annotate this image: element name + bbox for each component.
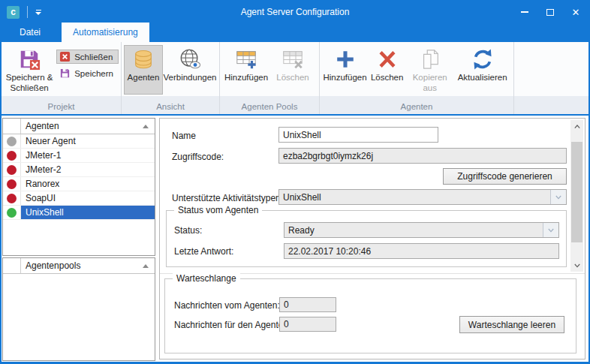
access-code-label: Zugriffscode: [172,152,224,162]
refresh-icon [471,48,494,71]
database-icon [132,48,155,71]
agent-row[interactable]: JMeter-2 [3,163,155,177]
detail-scroll-region: Name Zugriffscode: Zugriffscode generier… [160,119,585,274]
chevron-down-icon [574,263,580,269]
status-dot [7,179,17,189]
close-project-button[interactable]: Schließen [56,50,119,64]
scrollbar-thumb[interactable] [571,142,582,242]
agent-row[interactable]: JMeter-1 [3,149,155,163]
chevron-down-icon [548,227,554,233]
window-title: Agent Server Configuration [2,7,588,17]
close-icon: ✕ [572,8,580,17]
agent-name: JMeter-2 [21,163,155,176]
status-combobox[interactable]: Ready [284,222,559,238]
activity-types-value: UnixShell [279,192,550,203]
agent-refresh-label: Aktualisieren [458,73,507,83]
view-agents-button[interactable]: Agenten [124,45,163,95]
vertical-scrollbar[interactable] [570,120,583,272]
ribbon-tabstrip: Datei Automatisierung [2,23,588,42]
agent-list: Agenten Neuer Agent JMeter-1 JMeter-2 Ra… [2,118,155,256]
globe-icon [179,48,201,71]
plus-icon [334,48,357,71]
status-dot [7,137,17,146]
agent-add-button[interactable]: Hinzufügen [322,45,368,95]
save-and-close-button[interactable]: Speichern & Schließen [4,45,55,95]
ribbon-filler [514,42,588,114]
view-connections-label: Verbindungen [164,73,217,83]
activity-types-dropdown-button[interactable] [550,190,566,204]
agent-detail-pane: Name Zugriffscode: Zugriffscode generier… [159,118,585,359]
status-column-header[interactable] [3,119,21,134]
agent-row[interactable]: Ranorex [3,177,155,191]
status-value: Ready [284,225,543,236]
ribbon: Speichern & Schließen Schließen [2,42,588,116]
pool-add-button[interactable]: Hinzufügen [222,45,270,95]
pool-delete-label: Löschen [276,73,309,83]
status-dropdown-button[interactable] [543,223,558,237]
save-project-button[interactable]: Speichern [56,66,119,80]
maximize-button[interactable] [537,2,563,23]
titlebar: c Agent Server Configuration ✕ [2,2,588,23]
agent-row-selected[interactable]: UnixShell [3,206,155,220]
queue-groupbox-title: Warteschlange [173,273,240,284]
close-project-label: Schließen [74,53,113,62]
view-connections-button[interactable]: Verbindungen [163,45,217,95]
agent-delete-button[interactable]: Löschen [368,45,406,95]
app-window: c Agent Server Configuration ✕ Datei Aut… [0,0,590,364]
tab-automatisierung[interactable]: Automatisierung [62,23,149,42]
minimize-button[interactable] [512,2,537,23]
status-groupbox-title: Status vom Agenten [174,205,262,215]
agent-copy-from-button[interactable]: Kopieren aus [406,45,453,95]
tab-datei[interactable]: Datei [8,23,52,42]
x-icon [376,48,399,71]
pool-list: Agentenpools [2,257,155,361]
copy-icon [419,48,441,71]
agent-list-header[interactable]: Agenten [3,119,155,134]
name-input[interactable] [278,127,438,143]
queue-groupbox: Warteschlange Nachrichten vom Agenten: N… [164,278,576,353]
status-groupbox: Status vom Agenten Status: Ready Letzte … [166,210,567,267]
status-dot [7,194,17,203]
messages-from-agent-field[interactable] [279,297,336,312]
group-label-agenten: Agenten [320,102,513,111]
ribbon-group-agenten-pools: Hinzufügen Löschen Agenten Pools [220,42,320,114]
messages-for-agent-field[interactable] [279,317,336,332]
sort-ascending-icon [143,125,149,128]
status-dot [7,208,17,218]
maximize-icon [546,9,554,16]
status-label: Status: [174,225,202,236]
messages-for-agent-label: Nachrichten für den Agenten: [174,320,290,330]
agent-row[interactable]: Neuer Agent [3,134,155,149]
group-label-projekt: Projekt [2,102,121,111]
save-close-icon [18,48,41,71]
pool-delete-button[interactable]: Löschen [270,45,315,95]
save-and-close-label: Speichern & Schließen [5,73,54,94]
close-button[interactable]: ✕ [563,2,588,23]
agent-name: Neuer Agent [21,134,155,148]
status-dot [7,151,17,161]
last-response-field[interactable] [284,243,559,259]
pool-status-column-header[interactable] [3,258,21,273]
pool-add-label: Hinzufügen [224,73,268,83]
agent-row[interactable]: SoapUI [3,191,155,206]
agent-name: UnixShell [21,206,155,219]
ribbon-group-ansicht: Agenten Verbindungen Ansicht [122,42,220,114]
clear-queue-button[interactable]: Warteschlange leeren [459,316,564,333]
agent-name: SoapUI [21,191,155,205]
close-red-icon [59,51,71,62]
ribbon-group-projekt: Speichern & Schließen Schließen [2,42,122,114]
table-delete-icon [281,48,304,71]
scroll-up-button[interactable] [570,120,583,133]
generate-access-code-button[interactable]: Zugriffscode generieren [443,168,567,185]
pool-list-header[interactable]: Agentenpools [3,258,155,274]
last-response-label: Letzte Antwort: [174,246,233,257]
activity-types-combobox[interactable]: UnixShell [278,189,567,205]
messages-from-agent-label: Nachrichten vom Agenten: [174,300,280,311]
name-label: Name [172,131,196,141]
agent-refresh-button[interactable]: Aktualisieren [453,45,511,95]
scroll-down-button[interactable] [570,259,583,272]
table-add-icon [235,48,257,71]
save-icon [59,68,71,79]
view-agents-label: Agenten [128,73,160,83]
access-code-field[interactable] [278,148,567,164]
